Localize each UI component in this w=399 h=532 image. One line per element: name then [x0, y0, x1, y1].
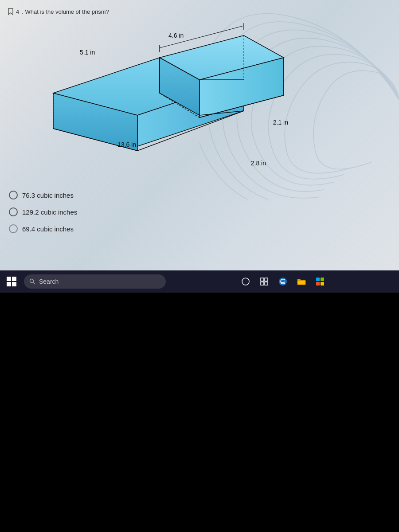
- answers-container: 76.3 cubic inches 129.2 cubic inches 69.…: [9, 191, 77, 241]
- windows-button[interactable]: [4, 274, 20, 289]
- edge-icon: [278, 277, 288, 286]
- svg-rect-29: [316, 278, 320, 281]
- svg-line-21: [33, 282, 35, 285]
- svg-rect-30: [321, 278, 324, 281]
- dimension-46: 4.6 in: [168, 32, 184, 39]
- svg-point-22: [242, 278, 249, 285]
- answer-option-a[interactable]: 76.3 cubic inches: [9, 191, 77, 200]
- store-icon: [316, 277, 325, 286]
- svg-rect-32: [321, 282, 324, 286]
- black-area: [0, 293, 399, 532]
- dimension-51: 5.1 in: [80, 49, 95, 56]
- taskbar-files-icon[interactable]: [294, 274, 309, 289]
- taskbar-edge-icon[interactable]: [275, 274, 290, 289]
- folder-icon: [297, 277, 306, 286]
- dimension-21: 2.1 in: [273, 119, 288, 126]
- answer-option-b[interactable]: 129.2 cubic inches: [9, 207, 77, 216]
- taskbar-circle-icon[interactable]: [238, 274, 253, 289]
- svg-rect-25: [261, 282, 264, 285]
- main-content: .wave { fill: none; stroke: #7a9ab5; str…: [0, 0, 399, 293]
- radio-c[interactable]: [9, 224, 18, 233]
- search-icon: [29, 278, 35, 285]
- windows-icon: [7, 277, 16, 286]
- answer-option-c[interactable]: 69.4 cubic inches: [9, 224, 77, 233]
- search-label: Search: [39, 278, 59, 285]
- taskbar-search[interactable]: Search: [24, 274, 166, 289]
- answer-text-b: 129.2 cubic inches: [22, 208, 77, 216]
- taskbar: Search: [0, 270, 399, 293]
- question-number: 4: [16, 8, 19, 15]
- question-label: 4. What is the volume of the prism?: [8, 8, 109, 15]
- svg-rect-28: [297, 281, 305, 285]
- answer-text-a: 76.3 cubic inches: [22, 192, 74, 199]
- taskbar-store-icon[interactable]: [313, 274, 328, 289]
- radio-b[interactable]: [9, 207, 18, 216]
- svg-rect-26: [265, 282, 268, 285]
- answer-text-c: 69.4 cubic inches: [22, 225, 74, 233]
- svg-point-27: [279, 278, 287, 286]
- svg-point-20: [30, 279, 34, 283]
- svg-rect-31: [316, 282, 320, 286]
- svg-rect-24: [265, 278, 268, 281]
- circle-icon: [241, 277, 250, 286]
- taskbar-center-icons: [238, 274, 328, 289]
- dimension-136: 13.6 in: [117, 141, 136, 148]
- bookmark-icon: [8, 8, 13, 15]
- radio-a[interactable]: [9, 191, 18, 200]
- question-text: . What is the volume of the prism?: [22, 8, 109, 15]
- dimension-28: 2.8 in: [251, 160, 266, 167]
- svg-rect-23: [261, 278, 264, 281]
- widgets-icon: [260, 277, 269, 286]
- diagram-area: 5.1 in 4.6 in 13.6 in 2.1 in 2.8 in: [27, 22, 301, 191]
- taskbar-widgets-icon[interactable]: [257, 274, 272, 289]
